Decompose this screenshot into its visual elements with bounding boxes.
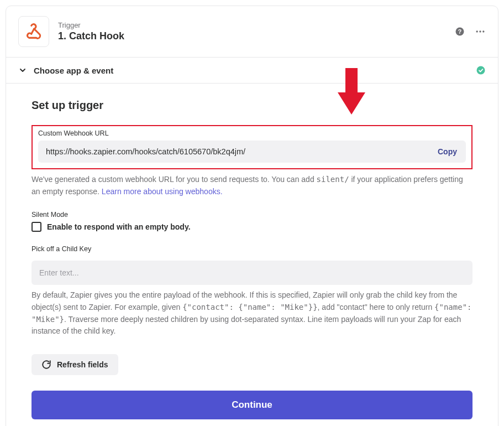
help-button[interactable]: ? (455, 27, 465, 37)
webhook-url-block: Custom Webhook URL https://hooks.zapier.… (32, 125, 473, 169)
chevron-down-icon (18, 66, 27, 75)
child-key-help: By default, Zapier gives you the entire … (32, 289, 473, 337)
svg-text:?: ? (458, 28, 461, 35)
child-key-section: Pick off a Child Key By default, Zapier … (32, 245, 473, 337)
webhook-help-code: silent/ (317, 175, 349, 184)
child-key-input[interactable] (32, 261, 473, 285)
silent-mode-row: Enable to respond with an empty body. (32, 222, 473, 232)
learn-more-link[interactable]: Learn more about using webhooks. (102, 187, 223, 196)
step-header-text: Trigger 1. Catch Hook (58, 21, 446, 42)
child-key-label: Pick off a Child Key (32, 245, 473, 253)
dots-horizontal-icon (475, 26, 486, 37)
help-icon: ? (455, 27, 465, 37)
copy-button[interactable]: Copy (437, 147, 458, 156)
webhook-url-help: We've generated a custom webhook URL for… (32, 174, 473, 198)
child-key-help-c: . Traverse more deeply nested children b… (32, 315, 461, 336)
trigger-step-card: Trigger 1. Catch Hook ? Choose app & eve… (6, 6, 498, 426)
setup-trigger-heading: Set up trigger (32, 99, 473, 112)
step-type-label: Trigger (58, 21, 446, 29)
step-title: 1. Catch Hook (58, 30, 446, 42)
setup-trigger-panel: Set up trigger Custom Webhook URL https:… (6, 84, 498, 426)
webhook-icon (24, 22, 43, 41)
silent-mode-checkbox-label: Enable to respond with an empty body. (47, 222, 191, 231)
refresh-icon (41, 360, 51, 370)
child-key-help-code1: {"contact": {"name": "Mike"}} (182, 303, 317, 311)
step-header: Trigger 1. Catch Hook ? (6, 6, 498, 57)
child-key-help-b: , add "contact" here to only return (318, 303, 435, 311)
more-options-button[interactable] (475, 26, 486, 37)
app-icon (18, 16, 49, 47)
choose-app-event-label: Choose app & event (34, 66, 469, 75)
svg-point-4 (482, 30, 484, 32)
silent-mode-checkbox[interactable] (32, 222, 41, 232)
choose-app-event-section[interactable]: Choose app & event (6, 57, 498, 84)
webhook-url-row: https://hooks.zapier.com/hooks/catch/610… (38, 141, 466, 163)
check-circle-icon (476, 65, 486, 75)
webhook-url-value[interactable]: https://hooks.zapier.com/hooks/catch/610… (46, 147, 437, 156)
continue-button[interactable]: Continue (32, 391, 473, 419)
silent-mode-section: Silent Mode Enable to respond with an em… (32, 211, 473, 232)
refresh-fields-label: Refresh fields (57, 360, 108, 369)
svg-point-3 (479, 30, 481, 32)
svg-point-5 (477, 66, 485, 75)
step-header-actions: ? (455, 26, 486, 37)
silent-mode-label: Silent Mode (32, 211, 473, 219)
refresh-fields-button[interactable]: Refresh fields (32, 354, 118, 375)
svg-point-2 (476, 30, 478, 32)
webhook-help-prefix: We've generated a custom webhook URL for… (32, 175, 317, 184)
webhook-url-label: Custom Webhook URL (38, 129, 466, 137)
